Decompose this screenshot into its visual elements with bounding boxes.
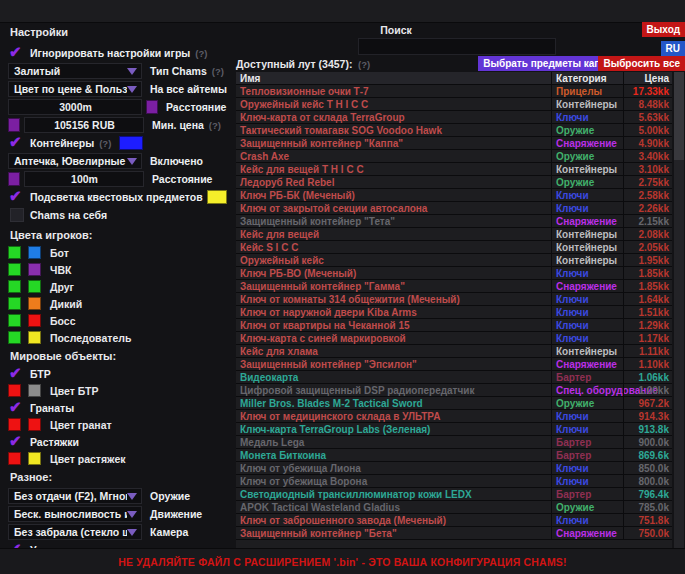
primary-color-swatch[interactable]	[8, 263, 21, 276]
quest-color-swatch[interactable]	[207, 190, 227, 204]
containers-color-swatch[interactable]	[119, 136, 143, 150]
chevron-down-icon	[127, 86, 137, 93]
table-row[interactable]: Ключ от убежища ВоронаКлючи800.0k	[236, 475, 672, 488]
secondary-color-swatch[interactable]	[28, 452, 41, 465]
table-row[interactable]: APOK Tactical Wasteland GladiusОружие785…	[236, 501, 672, 514]
item-price: 750.0k	[623, 527, 672, 540]
table-row[interactable]: Crash AxeОружие3.40kk	[236, 150, 672, 163]
language-button[interactable]: RU	[661, 41, 685, 56]
table-row[interactable]: Защищенный контейнер "Гамма"Снаряжение1.…	[236, 280, 672, 293]
table-row[interactable]: Ключ РБ-БК (Меченый)Ключи2.58kk	[236, 189, 672, 202]
table-row[interactable]: Монета БиткоинаБартер869.6k	[236, 449, 672, 462]
quest-highlight-label: Подсветка квестовых предметов	[30, 191, 203, 203]
world-object-toggle-row: БТР	[8, 367, 232, 380]
table-row[interactable]: Ключ-карта TerraGroup Labs (Зеленая)Ключ…	[236, 423, 672, 436]
select-kappa-items-button[interactable]: Выбрать предметы каппа	[478, 56, 617, 71]
table-row[interactable]: Защищенный контейнер "Бета"Снаряжение750…	[236, 527, 672, 540]
secondary-color-swatch[interactable]	[28, 280, 41, 293]
item-category: Бартер	[551, 488, 623, 501]
table-row[interactable]: Ключ РБ-ВО (Меченый)Ключи1.85kk	[236, 267, 672, 280]
checkbox-checked-icon[interactable]	[10, 401, 24, 415]
table-row[interactable]: Ледоруб Red RebelОружие2.75kk	[236, 176, 672, 189]
secondary-color-swatch[interactable]	[28, 314, 41, 327]
min-price-color-swatch[interactable]	[8, 118, 20, 132]
secondary-color-swatch[interactable]	[28, 246, 41, 259]
weapon-label: Оружие	[150, 490, 190, 502]
item-price: 2.08kk	[623, 228, 672, 241]
distance-color-swatch[interactable]	[146, 100, 158, 114]
item-name: Ключ от убежища Ворона	[236, 476, 551, 488]
table-row[interactable]: Оружейный кейсКонтейнеры1.95kk	[236, 254, 672, 267]
table-row[interactable]: Цифровой защищенный DSP радиопередатчикС…	[236, 384, 672, 397]
table-row[interactable]: Кейс S I C CКонтейнеры2.05kk	[236, 241, 672, 254]
exit-button[interactable]: Выход	[642, 22, 685, 37]
table-row[interactable]: Тактический томагавк SOG Voodoo HawkОруж…	[236, 124, 672, 137]
primary-color-swatch[interactable]	[8, 280, 21, 293]
drop-all-button[interactable]: Выбросить все	[598, 56, 685, 71]
secondary-color-swatch[interactable]	[28, 384, 41, 397]
table-row[interactable]: Ключ от наружной двери Kiba ArmsКлючи1.5…	[236, 306, 672, 319]
containers-distance-label: Расстояние	[152, 173, 212, 185]
primary-color-swatch[interactable]	[8, 384, 21, 397]
primary-color-swatch[interactable]	[8, 297, 21, 310]
table-row[interactable]: Ключ от квартиры на Чеканной 15Ключи1.29…	[236, 319, 672, 332]
table-row[interactable]: Ключ-карта с синей маркировкойКлючи1.17k…	[236, 332, 672, 345]
header-price: Цена	[623, 72, 672, 85]
table-scrollbar[interactable]	[674, 72, 684, 548]
primary-color-swatch[interactable]	[8, 331, 21, 344]
player-color-row: Босс	[8, 314, 232, 327]
table-row[interactable]: Ключ от комнаты 314 общежития (Меченый)К…	[236, 293, 672, 306]
containers-distance-input[interactable]: 100m	[24, 171, 144, 187]
item-category: Ключи	[551, 202, 623, 215]
item-category: Контейнеры	[551, 98, 623, 111]
secondary-color-swatch[interactable]	[28, 297, 41, 310]
table-row[interactable]: Кейс для вещей T H I C CКонтейнеры3.10kk	[236, 163, 672, 176]
table-row[interactable]: Ключ от медицинского склада в УЛЬТРАКлюч…	[236, 410, 672, 423]
table-row[interactable]: Ключ от закрытой секции автосалонаКлючи2…	[236, 202, 672, 215]
item-name: Ключ-карта с синей маркировкой	[236, 333, 551, 345]
table-row[interactable]: ВидеокартаБартер1.06kk	[236, 371, 672, 384]
secondary-color-swatch[interactable]	[28, 331, 41, 344]
primary-color-swatch[interactable]	[8, 452, 21, 465]
distance-input[interactable]: 3000m	[8, 99, 142, 115]
checkbox-unchecked-icon[interactable]	[10, 208, 24, 222]
table-row[interactable]: Ключ-карта от склада TerraGroupКлючи5.63…	[236, 111, 672, 124]
color-mode-select[interactable]: Цвет по цене & Пользователь	[8, 81, 142, 97]
item-price: 1.00kk	[623, 384, 672, 397]
primary-color-swatch[interactable]	[8, 314, 21, 327]
checkbox-checked-icon[interactable]	[10, 136, 24, 150]
checkbox-checked-icon[interactable]	[10, 46, 24, 60]
table-row[interactable]: Защищенный контейнер "Каппа"Снаряжение4.…	[236, 137, 672, 150]
table-row[interactable]: Защищенный контейнер "Тета"Снаряжение2.1…	[236, 215, 672, 228]
table-row[interactable]: Ключ от убежища ЛионаКлючи850.0k	[236, 462, 672, 475]
min-price-input[interactable]: 105156 RUB	[24, 117, 144, 133]
item-name: Кейс для хлама	[236, 346, 551, 358]
table-row[interactable]: Защищенный контейнер "Эпсилон"Снаряжение…	[236, 358, 672, 371]
search-input[interactable]	[358, 38, 556, 55]
item-price: 17.33kk	[623, 85, 672, 98]
table-row[interactable]: Медаль LegaБартер900.0k	[236, 436, 672, 449]
table-row[interactable]: Тепловизионные очки Т-7Прицелы17.33kk	[236, 85, 672, 98]
table-row[interactable]: Ключ от заброшенного завода (Меченый)Клю…	[236, 514, 672, 527]
secondary-color-swatch[interactable]	[28, 418, 41, 431]
table-row[interactable]: Кейс для хламаКонтейнеры1.11kk	[236, 345, 672, 358]
primary-color-swatch[interactable]	[8, 246, 21, 259]
containers-filter-select[interactable]: Аптечка, Ювелирные и...	[8, 153, 142, 169]
movement-select[interactable]: Беск. выносливость и нет уста	[8, 506, 142, 522]
player-color-row: Дикий	[8, 297, 232, 310]
table-row[interactable]: Miller Bros. Blades M-2 Tactical SwordОр…	[236, 397, 672, 410]
checkbox-checked-icon[interactable]	[10, 190, 24, 204]
table-row[interactable]: Светодиодный трансиллюминатор кожи LEDXБ…	[236, 488, 672, 501]
containers-distance-color-swatch[interactable]	[8, 172, 20, 186]
scrollbar-thumb[interactable]	[674, 72, 684, 160]
weapon-select[interactable]: Без отдачи (F2), Мгновенное п	[8, 488, 142, 504]
secondary-color-swatch[interactable]	[28, 263, 41, 276]
checkbox-checked-icon[interactable]	[10, 435, 24, 449]
table-row[interactable]: Кейс для вещейКонтейнеры2.08kk	[236, 228, 672, 241]
chams-type-select[interactable]: Залитый	[8, 63, 142, 79]
checkbox-checked-icon[interactable]	[10, 367, 24, 381]
primary-color-swatch[interactable]	[8, 418, 21, 431]
camera-select[interactable]: Без забрала (стекло шлема)	[8, 524, 142, 540]
table-row[interactable]: Оружейный кейс T H I C CКонтейнеры8.48kk	[236, 98, 672, 111]
item-name: Цифровой защищенный DSP радиопередатчик	[236, 385, 551, 397]
